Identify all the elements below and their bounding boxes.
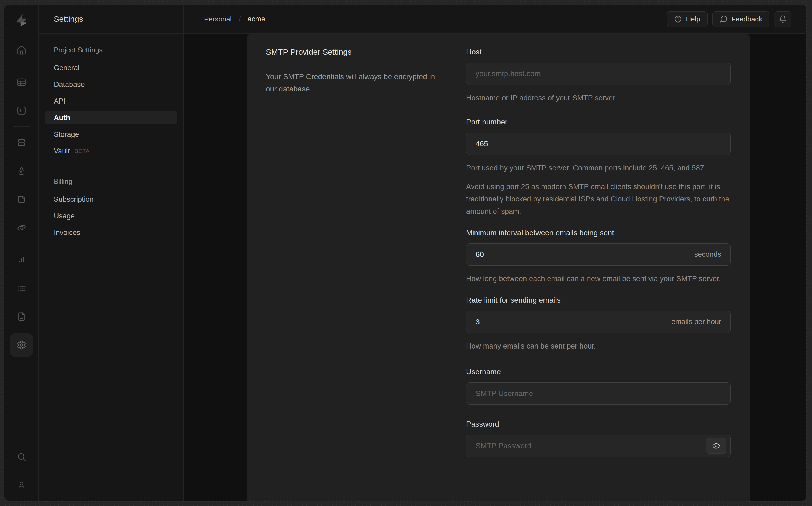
file-text-icon bbox=[17, 312, 26, 321]
lightning-bolt-icon bbox=[15, 14, 28, 27]
supabase-logo[interactable] bbox=[4, 5, 39, 36]
bell-icon bbox=[779, 15, 787, 23]
port-help: Port used by your SMTP server. Common po… bbox=[466, 162, 731, 174]
sidebar-item-sql-editor[interactable] bbox=[4, 96, 39, 125]
notifications-button[interactable] bbox=[774, 11, 791, 27]
nav-section-billing: Billing bbox=[45, 177, 177, 186]
rate-limit-help: How many emails can be sent per hour. bbox=[466, 340, 731, 352]
breadcrumb: Personal / acme bbox=[204, 15, 265, 23]
nav-item-auth[interactable]: Auth bbox=[45, 111, 177, 124]
beta-badge: BETA bbox=[75, 148, 90, 154]
password-input-shell bbox=[466, 435, 731, 457]
username-field-group: Username bbox=[466, 367, 731, 405]
gear-icon bbox=[17, 340, 26, 350]
rail-divider bbox=[13, 244, 29, 244]
nav-item-storage[interactable]: Storage bbox=[45, 128, 177, 141]
nav-item-subscription[interactable]: Subscription bbox=[45, 193, 177, 206]
port-input[interactable] bbox=[475, 140, 726, 148]
rate-limit-field-group: Rate limit for sending emails emails per… bbox=[466, 296, 731, 352]
sidebar-item-table-editor[interactable] bbox=[4, 68, 39, 96]
sidebar-item-project-settings[interactable] bbox=[4, 331, 39, 359]
table-icon bbox=[17, 77, 26, 87]
password-field-group: Password bbox=[466, 420, 731, 457]
bar-chart-icon bbox=[17, 255, 26, 264]
port-label: Port number bbox=[466, 117, 731, 126]
help-circle-icon bbox=[674, 15, 682, 23]
sidebar-item-storage[interactable] bbox=[4, 185, 39, 214]
nav-item-usage[interactable]: Usage bbox=[45, 209, 177, 223]
user-icon bbox=[17, 481, 26, 490]
host-help: Hostname or IP address of your SMTP serv… bbox=[466, 92, 731, 104]
storage-icon bbox=[17, 194, 26, 204]
panel-description: Your SMTP Credentials will always be enc… bbox=[266, 71, 440, 95]
interval-unit: seconds bbox=[694, 250, 726, 259]
host-input[interactable] bbox=[475, 70, 726, 78]
password-input[interactable] bbox=[475, 442, 706, 450]
nav-item-api[interactable]: API bbox=[45, 94, 177, 108]
nav-item-general[interactable]: General bbox=[45, 61, 177, 75]
interval-input-shell: seconds bbox=[466, 243, 731, 266]
port-help-secondary: Avoid using port 25 as modern SMTP email… bbox=[466, 181, 731, 218]
smtp-settings-panel: SMTP Provider Settings Your SMTP Credent… bbox=[246, 34, 750, 501]
sidebar-item-edge-functions[interactable] bbox=[4, 214, 39, 242]
sidebar-item-reports[interactable] bbox=[4, 246, 39, 274]
password-label: Password bbox=[466, 420, 731, 429]
search-icon bbox=[17, 452, 26, 462]
icon-rail bbox=[4, 5, 39, 501]
help-button[interactable]: Help bbox=[667, 11, 707, 27]
interval-label: Minimum interval between emails being se… bbox=[466, 228, 731, 238]
username-input-shell bbox=[466, 382, 731, 405]
host-field-group: Host Hostname or IP address of your SMTP… bbox=[466, 48, 731, 104]
username-input[interactable] bbox=[475, 389, 726, 398]
rate-limit-label: Rate limit for sending emails bbox=[466, 296, 731, 305]
database-icon bbox=[17, 138, 26, 147]
nav-item-database[interactable]: Database bbox=[45, 78, 177, 91]
lock-icon bbox=[17, 166, 26, 176]
host-label: Host bbox=[466, 48, 731, 57]
terminal-icon bbox=[17, 106, 26, 115]
nav-item-vault[interactable]: Vault BETA bbox=[45, 144, 177, 158]
nav-section-project-settings: Project Settings bbox=[45, 46, 177, 54]
username-label: Username bbox=[466, 367, 731, 376]
home-icon bbox=[17, 45, 26, 55]
feedback-button[interactable]: Feedback bbox=[712, 11, 769, 27]
breadcrumb-project[interactable]: acme bbox=[247, 15, 265, 23]
list-icon bbox=[17, 283, 26, 293]
port-input-shell bbox=[466, 133, 731, 155]
nav-section-divider bbox=[47, 166, 175, 166]
app-window: Settings Project Settings General Databa… bbox=[4, 5, 806, 501]
sidebar-item-docs[interactable] bbox=[4, 303, 39, 331]
panel-title: SMTP Provider Settings bbox=[266, 48, 454, 57]
page-title: Settings bbox=[54, 14, 83, 24]
interval-help: How long between each email can a new em… bbox=[466, 273, 731, 285]
sidebar-item-authentication[interactable] bbox=[4, 157, 39, 185]
nav-item-invoices[interactable]: Invoices bbox=[45, 226, 177, 239]
sidebar-item-search[interactable] bbox=[4, 443, 39, 471]
breadcrumb-org[interactable]: Personal bbox=[204, 15, 232, 23]
smtp-form: Host Hostname or IP address of your SMTP… bbox=[466, 48, 731, 487]
rail-divider bbox=[13, 66, 29, 66]
rate-limit-unit: emails per hour bbox=[671, 318, 726, 326]
settings-nav-header: Settings bbox=[39, 5, 183, 33]
sidebar-item-account[interactable] bbox=[4, 471, 39, 500]
interval-field-group: Minimum interval between emails being se… bbox=[466, 228, 731, 285]
interval-input[interactable] bbox=[475, 250, 689, 259]
breadcrumb-separator: / bbox=[239, 15, 241, 23]
sidebar-item-home[interactable] bbox=[4, 36, 39, 64]
speech-bubble-icon bbox=[720, 15, 728, 23]
rate-limit-input[interactable] bbox=[475, 318, 666, 326]
sidebar-item-logs[interactable] bbox=[4, 274, 39, 303]
host-input-shell bbox=[466, 63, 731, 85]
toggle-password-visibility-button[interactable] bbox=[706, 438, 726, 454]
top-header: Personal / acme Help Feedback bbox=[184, 5, 806, 33]
orbit-icon bbox=[17, 223, 26, 233]
settings-nav: Settings Project Settings General Databa… bbox=[39, 5, 184, 501]
rate-limit-input-shell: emails per hour bbox=[466, 311, 731, 333]
content-area: SMTP Provider Settings Your SMTP Credent… bbox=[184, 33, 806, 501]
port-field-group: Port number Port used by your SMTP serve… bbox=[466, 117, 731, 218]
sidebar-item-database[interactable] bbox=[4, 128, 39, 157]
eye-icon bbox=[712, 442, 721, 450]
